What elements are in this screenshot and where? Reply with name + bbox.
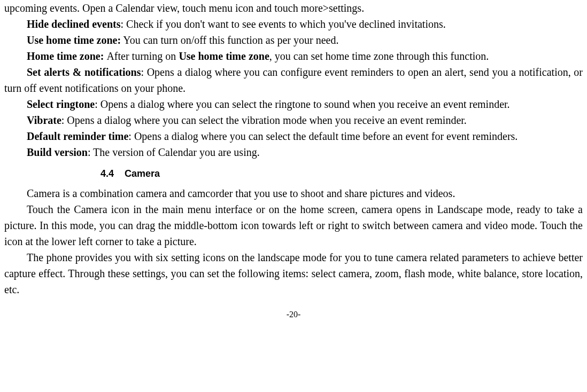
text-use-home-tz: You can turn on/off this function as per… [121, 34, 338, 46]
bold-use-home-tz: Use home time zone: [27, 34, 121, 46]
paragraph-camera-2: Touch the Camera icon in the main menu i… [4, 201, 583, 249]
bold-hide-declined: Hide declined events [27, 18, 121, 30]
bold-build-version: Build version [27, 146, 88, 158]
text-build-version: : The version of Calendar you are using. [88, 146, 260, 158]
section-title: Camera [125, 168, 160, 179]
paragraph-alerts: Set alerts & notifications: Opens a dial… [4, 64, 583, 96]
paragraph-build-version: Build version: The version of Calendar y… [4, 144, 583, 160]
document-page: upcoming events. Open a Calendar view, t… [4, 0, 583, 321]
page-number: -20- [4, 308, 583, 321]
paragraph-home-tz: Home time zone: After turning on Use hom… [4, 48, 583, 64]
text-home-tz-2: , you can set home time zone through thi… [269, 50, 489, 62]
paragraph-default-reminder: Default reminder time: Opens a dialog wh… [4, 128, 583, 144]
section-heading-camera: 4.4Camera [4, 167, 583, 181]
text-vibrate: : Opens a dialog where you can select th… [61, 114, 467, 126]
bold-default-reminder: Default reminder time [27, 130, 128, 142]
paragraph-ringtone: Select ringtone: Opens a dialog where yo… [4, 96, 583, 112]
text-home-tz-1: After turning on [106, 50, 179, 62]
text-ringtone: : Opens a dialog where you can select th… [95, 98, 509, 110]
text-default-reminder: : Opens a dialog where you can select th… [128, 130, 518, 142]
paragraph-vibrate: Vibrate: Opens a dialog where you can se… [4, 112, 583, 128]
paragraph-camera-1: Camera is a combination camera and camco… [4, 185, 583, 201]
paragraph-camera-3: The phone provides you with six setting … [4, 249, 583, 297]
paragraph-hide-declined: Hide declined events: Check if you don't… [4, 16, 583, 32]
bold-ringtone: Select ringtone [27, 98, 95, 110]
bold-home-tz-1: Home time zone: [27, 50, 106, 62]
bold-alerts: Set alerts & notifications [27, 66, 141, 78]
bold-home-tz-2: Use home time zone [179, 50, 269, 62]
bold-vibrate: Vibrate [27, 114, 61, 126]
text-hide-declined: : Check if you don't want to see events … [121, 18, 446, 30]
paragraph-upcoming: upcoming events. Open a Calendar view, t… [4, 0, 583, 16]
paragraph-use-home-tz: Use home time zone: You can turn on/off … [4, 32, 583, 48]
section-number: 4.4 [52, 167, 114, 181]
